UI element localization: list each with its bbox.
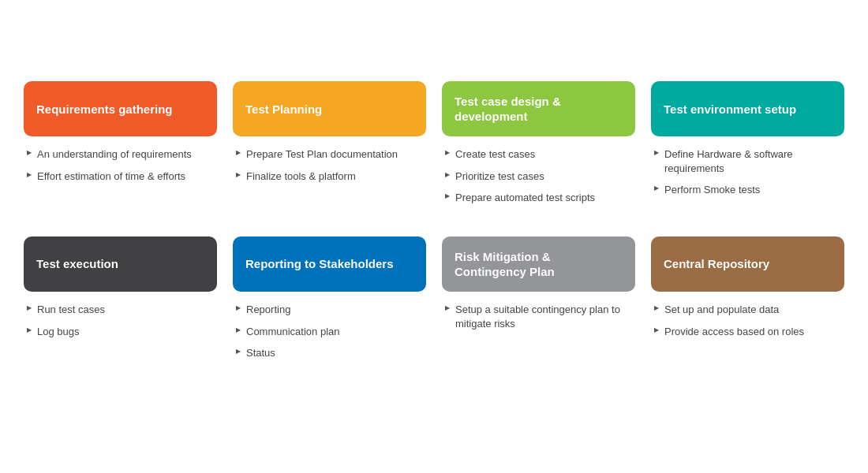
- column-requirements-gathering: Requirements gatheringAn understanding o…: [24, 81, 217, 213]
- bullet-item-test-environment-setup-1: Perform Smoke tests: [654, 183, 841, 197]
- bullet-list-test-planning: Prepare Test Plan documentationFinalize …: [233, 147, 426, 191]
- bullet-list-test-case-design: Create test casesPrioritize test casesPr…: [442, 147, 635, 213]
- bullet-list-risk-mitigation: Setup a suitable contingency plan to mit…: [442, 303, 635, 338]
- header-test-execution: Test execution: [24, 236, 217, 292]
- bullet-item-risk-mitigation-0: Setup a suitable contingency plan to mit…: [445, 303, 632, 330]
- header-central-repository: Central Repository: [651, 236, 844, 292]
- bullet-item-test-execution-0: Run test cases: [27, 303, 214, 317]
- column-risk-mitigation: Risk Mitigation & Contingency PlanSetup …: [442, 236, 635, 368]
- column-central-repository: Central RepositorySet up and populate da…: [651, 236, 844, 368]
- header-text-test-planning: Test Planning: [245, 102, 322, 117]
- bullet-item-test-case-design-0: Create test cases: [445, 147, 632, 162]
- column-test-execution: Test executionRun test casesLog bugs: [24, 236, 217, 368]
- row-2: Test executionRun test casesLog bugsRepo…: [24, 236, 844, 368]
- bullet-item-requirements-gathering-1: Effort estimation of time & efforts: [27, 169, 214, 184]
- bullet-item-test-planning-1: Finalize tools & platform: [236, 169, 423, 184]
- bullet-list-reporting-stakeholders: ReportingCommunication planStatus: [233, 303, 426, 368]
- header-test-case-design: Test case design & development: [442, 81, 635, 136]
- column-test-case-design: Test case design & developmentCreate tes…: [442, 81, 635, 213]
- bullet-item-test-environment-setup-0: Define Hardware & software requirements: [654, 147, 841, 175]
- header-requirements-gathering: Requirements gathering: [24, 81, 217, 136]
- bullet-item-reporting-stakeholders-1: Communication plan: [236, 325, 423, 339]
- header-text-requirements-gathering: Requirements gathering: [36, 102, 173, 117]
- column-test-planning: Test PlanningPrepare Test Plan documenta…: [233, 81, 426, 213]
- bullet-list-central-repository: Set up and populate dataProvide access b…: [651, 303, 844, 346]
- bullet-item-test-execution-1: Log bugs: [27, 325, 214, 339]
- header-risk-mitigation: Risk Mitigation & Contingency Plan: [442, 236, 635, 292]
- bullet-item-test-case-design-2: Prepare automated test scripts: [445, 191, 632, 205]
- header-reporting-stakeholders: Reporting to Stakeholders: [233, 236, 426, 292]
- header-text-reporting-stakeholders: Reporting to Stakeholders: [245, 256, 394, 272]
- column-reporting-stakeholders: Reporting to StakeholdersReportingCommun…: [233, 236, 426, 368]
- page-wrapper: Requirements gatheringAn understanding o…: [16, 65, 852, 407]
- bullet-list-test-execution: Run test casesLog bugs: [24, 303, 217, 346]
- bullet-item-central-repository-0: Set up and populate data: [654, 303, 841, 317]
- header-test-environment-setup: Test environment setup: [651, 81, 844, 136]
- header-test-planning: Test Planning: [233, 81, 426, 136]
- header-text-risk-mitigation: Risk Mitigation & Contingency Plan: [455, 249, 623, 280]
- bullet-list-test-environment-setup: Define Hardware & software requirementsP…: [651, 147, 844, 205]
- header-text-test-execution: Test execution: [36, 256, 118, 272]
- column-test-environment-setup: Test environment setupDefine Hardware & …: [651, 81, 844, 213]
- bullet-item-reporting-stakeholders-2: Status: [236, 346, 423, 360]
- bullet-item-reporting-stakeholders-0: Reporting: [236, 303, 423, 317]
- bullet-list-requirements-gathering: An understanding of requirementsEffort e…: [24, 147, 217, 191]
- header-text-central-repository: Central Repository: [664, 256, 769, 272]
- row-1: Requirements gatheringAn understanding o…: [24, 81, 844, 213]
- bullet-item-central-repository-1: Provide access based on roles: [654, 325, 841, 339]
- bullet-item-requirements-gathering-0: An understanding of requirements: [27, 147, 214, 162]
- bullet-item-test-planning-0: Prepare Test Plan documentation: [236, 147, 423, 162]
- bullet-item-test-case-design-1: Prioritize test cases: [445, 169, 632, 184]
- header-text-test-case-design: Test case design & development: [455, 94, 623, 125]
- header-text-test-environment-setup: Test environment setup: [664, 102, 796, 117]
